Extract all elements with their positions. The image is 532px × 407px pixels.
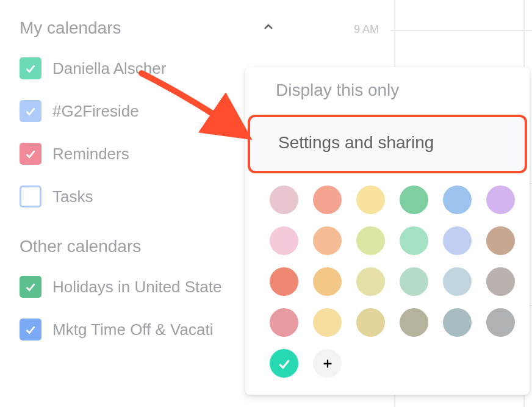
color-swatch[interactable] [400,308,428,337]
check-icon [24,323,37,336]
color-swatch[interactable] [443,185,472,214]
color-swatch[interactable] [270,267,298,296]
check-icon [24,62,37,75]
color-swatch[interactable] [356,308,385,337]
calendar-options-popup: Display this only Settings and sharing [245,67,530,395]
my-calendars-list: Daniella Alscher #G2Fireside Reminders T… [20,57,276,207]
checkbox-checked[interactable] [20,143,41,165]
color-custom-button[interactable] [313,349,342,378]
color-swatch[interactable] [356,185,385,214]
calendar-label: #G2Fireside [52,102,139,121]
chevron-up-icon [261,20,276,37]
checkbox-unchecked[interactable] [20,185,41,207]
check-icon [276,356,292,372]
calendar-item-g2fireside[interactable]: #G2Fireside [20,100,276,122]
check-icon [24,104,37,118]
calendar-item-mktg[interactable]: Mktg Time Off & Vacati [20,319,276,340]
calendar-item-tasks[interactable]: Tasks [20,185,276,207]
calendar-item-daniella[interactable]: Daniella Alscher [20,57,276,79]
color-swatch[interactable] [486,267,515,296]
checkbox-checked[interactable] [20,276,41,298]
calendar-item-reminders[interactable]: Reminders [20,143,276,165]
color-swatch[interactable] [313,308,342,337]
color-swatch[interactable] [443,308,472,337]
checkbox-checked[interactable] [20,319,41,340]
check-icon [24,280,37,294]
my-calendars-title: My calendars [20,18,121,38]
color-swatch[interactable] [400,267,428,296]
plus-icon [321,357,334,370]
color-swatch[interactable] [443,267,472,296]
calendar-item-holidays[interactable]: Holidays in United State [20,276,276,298]
calendar-label: Daniella Alscher [52,59,166,78]
color-swatch[interactable] [486,308,515,337]
color-swatch[interactable] [313,226,342,255]
color-swatch[interactable] [270,308,298,337]
calendar-label: Reminders [52,145,129,164]
other-calendars-title: Other calendars [20,237,141,256]
color-swatch[interactable] [400,226,428,255]
menu-item-display-only[interactable]: Display this only [245,67,530,115]
checkbox-checked[interactable] [20,100,41,122]
menu-item-settings-sharing[interactable]: Settings and sharing [248,115,527,173]
color-swatch-selected[interactable] [270,349,298,378]
color-swatch[interactable] [356,226,385,255]
color-swatch[interactable] [313,267,342,296]
time-label-9am: 9 AM [354,23,379,36]
other-calendars-header[interactable]: Other calendars [20,237,276,256]
my-calendars-header[interactable]: My calendars [20,18,276,38]
color-swatch[interactable] [270,226,298,255]
calendar-label: Tasks [52,187,93,206]
color-swatch[interactable] [400,185,428,214]
color-swatch[interactable] [486,226,515,255]
checkbox-checked[interactable] [20,57,41,79]
color-swatch[interactable] [270,185,298,214]
color-swatch[interactable] [356,267,385,296]
color-swatch[interactable] [486,185,515,214]
grid-line-horizontal [395,30,532,31]
check-icon [24,147,37,160]
other-calendars-list: Holidays in United State Mktg Time Off &… [20,276,276,340]
calendar-sidebar: My calendars Daniella Alscher #G2Firesid… [20,18,276,370]
calendar-label: Holidays in United State [52,278,221,297]
color-picker-grid [245,173,530,378]
calendar-label: Mktg Time Off & Vacati [52,320,213,339]
color-swatch[interactable] [443,226,472,255]
color-swatch[interactable] [313,185,342,214]
